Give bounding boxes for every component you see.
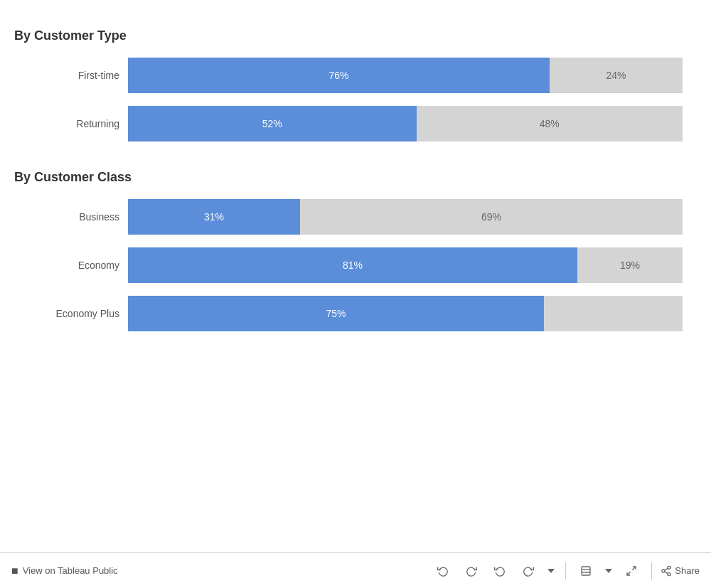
bar-blue-business: 31%: [128, 199, 300, 235]
toolbar-divider-1: [565, 562, 566, 579]
toolbar-actions: Share: [432, 560, 700, 582]
bar-track-economy-plus: 75%: [128, 296, 683, 331]
bar-label-economy-plus: Economy Plus: [14, 308, 128, 319]
bar-label-economy: Economy: [14, 260, 128, 271]
view-dropdown-button[interactable]: [603, 560, 614, 582]
section2-title: By Customer Class: [14, 170, 697, 185]
expand-button[interactable]: [620, 560, 643, 582]
svg-line-4: [627, 572, 631, 575]
bar-row-business: Business 31% 69%: [14, 199, 697, 235]
view-button[interactable]: [574, 560, 597, 582]
bottom-toolbar: ■ View on Tableau Public: [0, 552, 711, 588]
section-customer-type: By Customer Type First-time 76% 24% Retu…: [14, 28, 697, 141]
bar-label-business: Business: [14, 211, 128, 223]
section1-title: By Customer Type: [14, 28, 697, 43]
toolbar-divider-2: [651, 562, 652, 579]
tableau-public-link[interactable]: ■ View on Tableau Public: [11, 565, 118, 577]
bar-gray-first-time: 24%: [550, 58, 683, 93]
svg-line-8: [665, 572, 668, 574]
view-on-tableau-label: View on Tableau Public: [23, 565, 118, 576]
tableau-icon: ■: [11, 565, 18, 577]
share-button[interactable]: Share: [661, 565, 700, 577]
bar-blue-first-time: 76%: [128, 58, 550, 93]
bar-gray-economy-plus: [544, 296, 683, 331]
bar-row-economy-plus: Economy Plus 75%: [14, 296, 697, 331]
svg-point-7: [668, 572, 670, 575]
revert-button[interactable]: [488, 560, 511, 582]
svg-point-6: [662, 570, 665, 572]
redo-dropdown-button[interactable]: [545, 560, 557, 582]
redo-button[interactable]: [460, 560, 483, 582]
bar-label-first-time: First-time: [14, 70, 128, 81]
bar-track-economy: 81% 19%: [128, 247, 683, 283]
bar-label-returning: Returning: [14, 118, 128, 129]
bar-track-first-time: 76% 24%: [128, 58, 683, 93]
svg-line-3: [633, 567, 636, 570]
svg-marker-0: [547, 569, 555, 573]
svg-line-9: [665, 568, 668, 570]
section-customer-class: By Customer Class Business 31% 69% Econo…: [14, 170, 697, 331]
bar-blue-returning: 52%: [128, 106, 417, 141]
svg-point-5: [668, 566, 670, 569]
svg-marker-2: [605, 569, 612, 573]
bar-blue-economy-plus: 75%: [128, 296, 544, 331]
bar-row-first-time: First-time 76% 24%: [14, 58, 697, 93]
chart-customer-class: Business 31% 69% Economy 81% 19% Economy…: [14, 199, 697, 331]
bar-row-returning: Returning 52% 48%: [14, 106, 697, 141]
undo-button[interactable]: [432, 560, 454, 582]
bar-track-returning: 52% 48%: [128, 106, 683, 141]
svg-rect-1: [582, 567, 590, 575]
bar-gray-economy: 19%: [577, 247, 683, 283]
bar-blue-economy: 81%: [128, 247, 577, 283]
forward-button[interactable]: [517, 560, 540, 582]
bar-gray-business: 69%: [300, 199, 683, 235]
bar-track-business: 31% 69%: [128, 199, 683, 235]
chart-customer-type: First-time 76% 24% Returning 52% 48%: [14, 58, 697, 141]
bar-row-economy: Economy 81% 19%: [14, 247, 697, 283]
bar-gray-returning: 48%: [417, 106, 683, 141]
share-label: Share: [675, 565, 700, 576]
